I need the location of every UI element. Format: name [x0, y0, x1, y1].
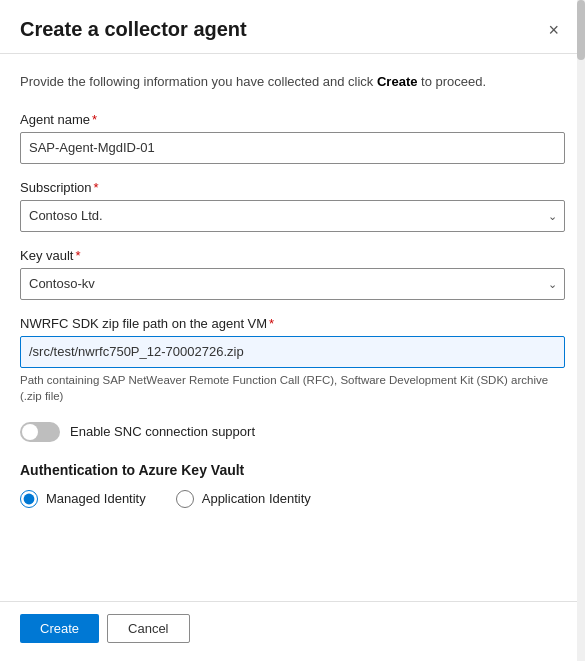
nwrfc-path-label: NWRFC SDK zip file path on the agent VM*	[20, 316, 565, 331]
application-identity-label: Application Identity	[202, 491, 311, 506]
auth-radio-group: Managed Identity Application Identity	[20, 490, 565, 508]
auth-section-heading: Authentication to Azure Key Vault	[20, 462, 565, 478]
key-vault-select-wrapper: Contoso-kv ⌄	[20, 268, 565, 300]
description-after: to proceed.	[417, 74, 486, 89]
nwrfc-path-field-group: NWRFC SDK zip file path on the agent VM*…	[20, 316, 565, 404]
nwrfc-path-hint: Path containing SAP NetWeaver Remote Fun…	[20, 372, 565, 404]
required-star-nw: *	[269, 316, 274, 331]
required-star-sub: *	[94, 180, 99, 195]
key-vault-select[interactable]: Contoso-kv	[20, 268, 565, 300]
subscription-select[interactable]: Contoso Ltd.	[20, 200, 565, 232]
agent-name-field-group: Agent name*	[20, 112, 565, 164]
description-bold: Create	[377, 74, 417, 89]
snc-toggle-label: Enable SNC connection support	[70, 424, 255, 439]
managed-identity-radio[interactable]	[20, 490, 38, 508]
agent-name-label: Agent name*	[20, 112, 565, 127]
dialog-footer: Create Cancel	[0, 601, 585, 661]
dialog-body: Provide the following information you ha…	[0, 54, 585, 601]
dialog-title: Create a collector agent	[20, 18, 247, 41]
description-before: Provide the following information you ha…	[20, 74, 377, 89]
agent-name-input[interactable]	[20, 132, 565, 164]
nwrfc-path-input[interactable]	[20, 336, 565, 368]
create-collector-agent-dialog: Create a collector agent × Provide the f…	[0, 0, 585, 661]
key-vault-label: Key vault*	[20, 248, 565, 263]
create-button[interactable]: Create	[20, 614, 99, 643]
subscription-field-group: Subscription* Contoso Ltd. ⌄	[20, 180, 565, 232]
application-identity-radio[interactable]	[176, 490, 194, 508]
subscription-label: Subscription*	[20, 180, 565, 195]
subscription-select-wrapper: Contoso Ltd. ⌄	[20, 200, 565, 232]
managed-identity-option[interactable]: Managed Identity	[20, 490, 146, 508]
application-identity-option[interactable]: Application Identity	[176, 490, 311, 508]
snc-toggle-row: Enable SNC connection support	[20, 422, 565, 442]
snc-toggle[interactable]	[20, 422, 60, 442]
managed-identity-label: Managed Identity	[46, 491, 146, 506]
key-vault-field-group: Key vault* Contoso-kv ⌄	[20, 248, 565, 300]
auth-section: Authentication to Azure Key Vault Manage…	[20, 462, 565, 508]
cancel-button[interactable]: Cancel	[107, 614, 189, 643]
scrollbar-thumb[interactable]	[577, 0, 585, 60]
description-text: Provide the following information you ha…	[20, 72, 565, 92]
dialog-header: Create a collector agent ×	[0, 0, 585, 54]
close-button[interactable]: ×	[542, 19, 565, 41]
scrollbar-track	[577, 0, 585, 661]
toggle-slider	[20, 422, 60, 442]
required-star: *	[92, 112, 97, 127]
required-star-kv: *	[75, 248, 80, 263]
